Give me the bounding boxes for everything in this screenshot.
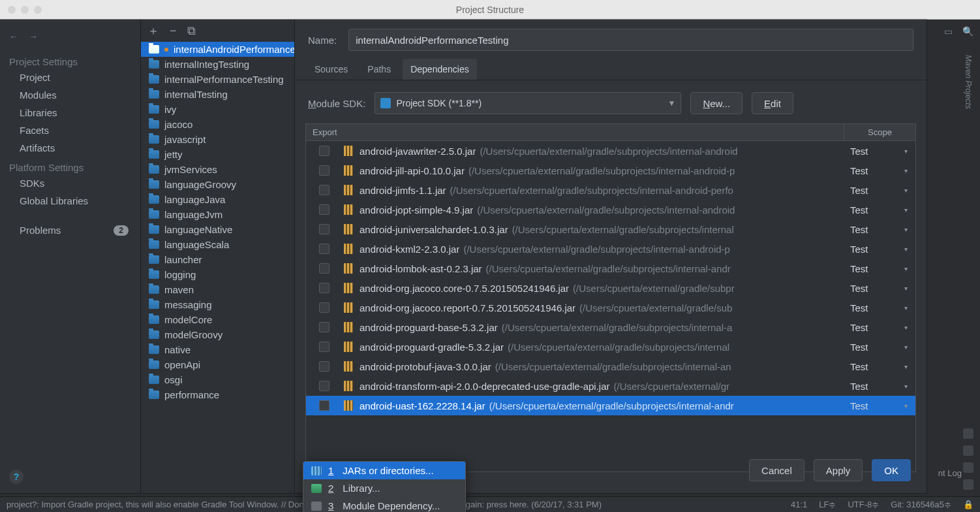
module-item[interactable]: messaging (141, 297, 294, 312)
tab-paths[interactable]: Paths (360, 59, 399, 80)
export-checkbox[interactable] (319, 342, 329, 352)
back-icon[interactable]: ← (9, 31, 18, 42)
export-checkbox[interactable] (319, 146, 329, 156)
sidebar-item-libraries[interactable]: Libraries (0, 104, 140, 121)
add-menu-item[interactable]: 1JARs or directories... (303, 462, 465, 479)
module-item[interactable]: languageScala (141, 237, 294, 252)
dependency-row[interactable]: android-transform-api-2.0.0-deprecated-u… (306, 376, 915, 396)
module-item[interactable]: modelGroovy (141, 327, 294, 342)
module-item[interactable]: modelCore (141, 312, 294, 327)
module-item[interactable]: native (141, 342, 294, 357)
dependency-row[interactable]: android-javawriter-2.5.0.jar(/Users/cpue… (306, 141, 915, 161)
status-caret-pos[interactable]: 41:1 (791, 500, 807, 509)
module-item[interactable]: internalTesting (141, 87, 294, 102)
dependency-row[interactable]: android-lombok-ast-0.2.3.jar(/Users/cpue… (306, 259, 915, 278)
dependency-scope[interactable]: Test▾ (846, 263, 915, 274)
module-item[interactable]: openApi (141, 357, 294, 372)
ok-button[interactable]: OK (872, 459, 911, 481)
export-checkbox[interactable] (319, 224, 329, 234)
dependency-scope[interactable]: Test▾ (846, 302, 915, 313)
module-sdk-select[interactable]: Project SDK (**1.8**) ▼ (375, 92, 681, 114)
dependency-scope[interactable]: Test▾ (846, 361, 915, 372)
sdk-new-button[interactable]: New... (690, 92, 743, 114)
export-checkbox[interactable] (319, 204, 329, 215)
export-checkbox[interactable] (319, 283, 329, 293)
module-item[interactable]: launcher (141, 252, 294, 267)
tab-dependencies[interactable]: Dependencies (403, 59, 477, 80)
module-item[interactable]: languageGroovy (141, 177, 294, 192)
module-item[interactable]: internalIntegTesting (141, 57, 294, 72)
export-checkbox[interactable] (319, 165, 329, 176)
status-git[interactable]: Git: 316546a5≑ (891, 500, 951, 509)
add-dependency-popup[interactable]: 1JARs or directories...2Library...3Modul… (303, 461, 466, 512)
cancel-button[interactable]: Cancel (749, 459, 804, 481)
export-checkbox[interactable] (319, 302, 329, 313)
status-lock-icon[interactable]: 🔒 (963, 500, 973, 509)
dependency-row[interactable]: android-jopt-simple-4.9.jar(/Users/cpuer… (306, 200, 915, 219)
forward-icon[interactable]: → (29, 31, 38, 42)
maven-rail-label[interactable]: Maven Projects (964, 55, 973, 109)
dependency-row[interactable]: android-jill-api-0.10.0.jar(/Users/cpuer… (306, 161, 915, 180)
export-checkbox[interactable] (319, 322, 329, 332)
export-checkbox[interactable] (319, 381, 329, 391)
sidebar-item-sdks[interactable]: SDKs (0, 174, 140, 192)
dependency-scope[interactable]: Test▾ (846, 342, 915, 353)
module-item[interactable]: jvmServices (141, 162, 294, 177)
rail-stub-icon[interactable] (963, 428, 973, 439)
sidebar-item-global-libraries[interactable]: Global Libraries (0, 192, 140, 210)
module-item[interactable]: logging (141, 267, 294, 282)
rail-stub-icon[interactable] (963, 462, 973, 473)
status-line-ending[interactable]: LF≑ (819, 500, 836, 509)
rail-stub-icon[interactable] (963, 479, 973, 490)
dependency-scope[interactable]: Test▾ (846, 204, 915, 216)
sidebar-item-facets[interactable]: Facets (0, 121, 140, 139)
sidebar-item-artifacts[interactable]: Artifacts (0, 139, 140, 157)
rail-stub-icon[interactable] (963, 445, 973, 456)
dependency-row[interactable]: android-protobuf-java-3.0.0.jar(/Users/c… (306, 357, 915, 376)
module-add-icon[interactable]: ＋ (147, 25, 159, 37)
module-item[interactable]: jetty (141, 147, 294, 162)
tab-sources[interactable]: Sources (307, 59, 356, 80)
sidebar-item-project[interactable]: Project (0, 69, 140, 86)
sidebar-item-modules[interactable]: Modules (0, 86, 140, 104)
dependency-scope[interactable]: Test▾ (846, 381, 915, 392)
dependency-scope[interactable]: Test▾ (846, 322, 915, 333)
dependency-row[interactable]: android-jimfs-1.1.jar(/Users/cpuerta/ext… (306, 180, 915, 200)
dependency-scope[interactable]: Test▾ (846, 146, 915, 157)
module-item[interactable]: ivy (141, 102, 294, 117)
module-item[interactable]: internalPerformanceTesting (141, 72, 294, 87)
dependency-row[interactable]: android-org.jacoco.core-0.7.5.2015052419… (306, 278, 915, 298)
module-item[interactable]: internalAndroidPerformanceTesting (141, 42, 294, 57)
dependency-row[interactable]: android-juniversalchardet-1.0.3.jar(/Use… (306, 219, 915, 239)
module-item[interactable]: languageJvm (141, 207, 294, 222)
module-item[interactable]: osgi (141, 372, 294, 387)
module-item[interactable]: languageNative (141, 222, 294, 237)
dependency-scope[interactable]: Test▾ (846, 185, 915, 196)
apply-button[interactable]: Apply (814, 459, 863, 481)
dependency-scope[interactable]: Test▾ (846, 283, 915, 294)
sidebar-item-problems[interactable]: Problems 2 (0, 221, 140, 239)
dependency-row[interactable]: android-proguard-base-5.3.2.jar(/Users/c… (306, 317, 915, 337)
export-checkbox[interactable] (319, 400, 329, 411)
module-item[interactable]: languageJava (141, 192, 294, 207)
dependency-scope[interactable]: Test▾ (846, 400, 915, 411)
status-encoding[interactable]: UTF-8≑ (848, 500, 879, 509)
sdk-edit-button[interactable]: Edit (752, 92, 793, 114)
export-checkbox[interactable] (319, 263, 329, 274)
event-log-label[interactable]: nt Log (938, 468, 962, 478)
dependency-scope[interactable]: Test▾ (846, 165, 915, 176)
dependency-row[interactable]: android-uast-162.2228.14.jar(/Users/cpue… (306, 396, 915, 415)
search-icon[interactable]: 🔍 (962, 25, 973, 37)
add-menu-item[interactable]: 2Library... (303, 479, 465, 497)
module-item[interactable]: jacoco (141, 117, 294, 132)
export-checkbox[interactable] (319, 244, 329, 254)
dependency-row[interactable]: android-kxml2-2.3.0.jar(/Users/cpuerta/e… (306, 239, 915, 259)
add-menu-item[interactable]: 3Module Dependency... (303, 497, 465, 512)
module-remove-icon[interactable]: − (170, 25, 177, 37)
dependencies-list[interactable]: android-javawriter-2.5.0.jar(/Users/cpue… (305, 140, 916, 472)
module-item[interactable]: javascript (141, 132, 294, 147)
dependency-scope[interactable]: Test▾ (846, 244, 915, 255)
module-copy-icon[interactable]: ⧉ (187, 25, 196, 37)
tool-icon-1[interactable]: ▭ (942, 25, 954, 37)
dependency-row[interactable]: android-org.jacoco.report-0.7.5.20150524… (306, 298, 915, 317)
